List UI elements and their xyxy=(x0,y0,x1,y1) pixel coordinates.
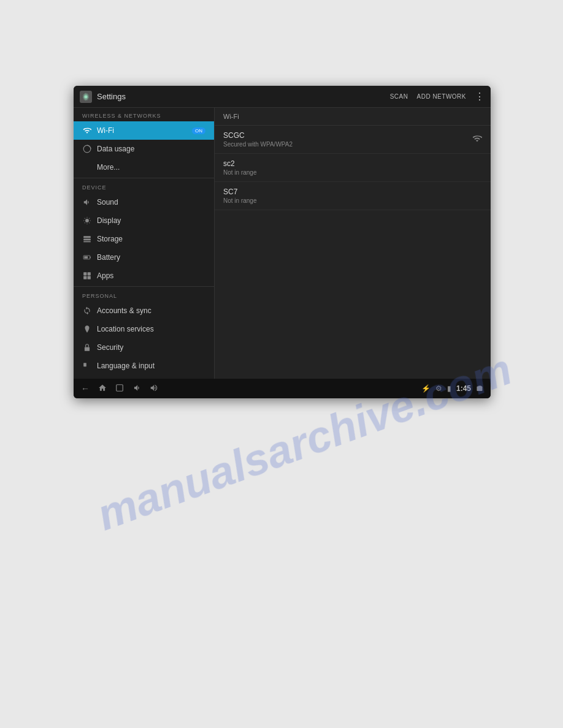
sync-icon xyxy=(82,306,92,316)
camera-status-icon xyxy=(476,384,483,393)
more-options-button[interactable]: ⋮ xyxy=(475,91,484,102)
sidebar-item-storage[interactable]: Storage xyxy=(74,230,214,248)
svg-rect-10 xyxy=(83,276,86,279)
sidebar-item-sound[interactable]: Sound xyxy=(74,193,214,211)
language-icon: A xyxy=(82,361,92,371)
status-time: 1:45 xyxy=(456,384,471,393)
wifi-network-sc7[interactable]: SC7 Not in range xyxy=(215,182,491,210)
more-icon xyxy=(82,162,92,172)
sidebar-item-apps[interactable]: Apps xyxy=(74,267,214,285)
battery-label: Battery xyxy=(97,253,205,262)
wifi-label: Wi-Fi xyxy=(97,126,187,135)
home-button[interactable] xyxy=(98,384,107,394)
wifi-panel: Wi-Fi SCGC Secured with WPA/WPA2 xyxy=(215,108,491,379)
svg-rect-11 xyxy=(88,276,91,279)
settings-app-icon xyxy=(80,91,92,103)
sidebar: WIRELESS & NETWORKS Wi-Fi ON xyxy=(74,108,215,379)
wifi-status-sc2: Not in range xyxy=(223,169,256,176)
svg-rect-9 xyxy=(88,272,91,275)
location-icon xyxy=(82,324,92,334)
page-background: Settings SCAN ADD NETWORK ⋮ WIRELESS & N… xyxy=(0,0,563,728)
tablet-frame: Settings SCAN ADD NETWORK ⋮ WIRELESS & N… xyxy=(74,86,491,398)
wifi-status-sc7: Not in range xyxy=(223,197,256,204)
back-button[interactable]: ← xyxy=(81,384,90,393)
scan-button[interactable]: SCAN xyxy=(390,93,408,100)
wifi-icon xyxy=(82,126,92,135)
wifi-network-sc2[interactable]: sc2 Not in range xyxy=(215,154,491,182)
storage-icon xyxy=(82,234,92,244)
sound-label: Sound xyxy=(97,198,205,207)
add-network-button[interactable]: ADD NETWORK xyxy=(417,93,467,100)
recents-button[interactable] xyxy=(115,384,124,394)
lock-icon xyxy=(82,343,92,352)
svg-rect-18 xyxy=(117,384,123,391)
battery-icon xyxy=(82,252,92,262)
usb-status-icon: ⚡ xyxy=(421,384,431,393)
wifi-name-scgc: SCGC xyxy=(223,131,293,140)
section-personal-label: PERSONAL xyxy=(74,288,214,301)
wifi-panel-header: Wi-Fi xyxy=(215,108,491,126)
display-label: Display xyxy=(97,216,205,225)
apps-icon xyxy=(82,271,92,281)
sidebar-item-data-usage[interactable]: Data usage xyxy=(74,140,214,158)
wifi-network-scgc[interactable]: SCGC Secured with WPA/WPA2 xyxy=(215,126,491,154)
location-label: Location services xyxy=(97,325,205,333)
app-title: Settings xyxy=(97,92,390,101)
vol-down-button[interactable] xyxy=(132,384,141,394)
data-usage-icon xyxy=(82,144,92,154)
battery-status-icon: ▮ xyxy=(447,384,451,393)
more-label: More... xyxy=(97,163,205,172)
sidebar-item-language[interactable]: A Language & input xyxy=(74,357,214,375)
vol-up-button[interactable] xyxy=(150,384,158,394)
sidebar-item-accounts[interactable]: Accounts & sync xyxy=(74,301,214,320)
top-bar: Settings SCAN ADD NETWORK ⋮ xyxy=(74,86,491,108)
nav-right: ⚡ ⚙ ▮ 1:45 xyxy=(421,384,483,393)
svg-rect-5 xyxy=(83,241,91,243)
svg-rect-13 xyxy=(85,347,90,351)
wifi-signal-icon-scgc xyxy=(472,134,482,145)
main-content: WIRELESS & NETWORKS Wi-Fi ON xyxy=(74,108,491,379)
sidebar-item-security[interactable]: Security xyxy=(74,338,214,357)
display-icon xyxy=(82,216,92,226)
wifi-toggle[interactable]: ON xyxy=(192,127,205,134)
top-bar-actions: SCAN ADD NETWORK ⋮ xyxy=(390,91,484,102)
sidebar-item-display[interactable]: Display xyxy=(74,211,214,230)
wifi-name-sc2: sc2 xyxy=(223,159,256,168)
sidebar-item-more[interactable]: More... xyxy=(74,158,214,176)
svg-rect-3 xyxy=(83,236,91,238)
wifi-network-list: SCGC Secured with WPA/WPA2 xyxy=(215,126,491,379)
storage-label: Storage xyxy=(97,235,205,243)
accounts-label: Accounts & sync xyxy=(97,306,205,315)
security-label: Security xyxy=(97,343,205,352)
nav-left: ← xyxy=(81,384,421,394)
svg-rect-7 xyxy=(84,256,88,259)
divider-device xyxy=(74,178,214,178)
svg-text:A: A xyxy=(84,363,86,367)
bottom-navigation-bar: ← xyxy=(74,379,491,398)
wifi-status-scgc: Secured with WPA/WPA2 xyxy=(223,141,293,148)
section-device-label: DEVICE xyxy=(74,180,214,193)
sidebar-item-wifi[interactable]: Wi-Fi ON xyxy=(74,121,214,140)
apps-label: Apps xyxy=(97,271,205,280)
sidebar-item-location[interactable]: Location services xyxy=(74,320,214,338)
sound-icon xyxy=(82,197,92,207)
language-label: Language & input xyxy=(97,362,205,370)
settings-status-icon: ⚙ xyxy=(435,384,442,393)
sidebar-item-battery[interactable]: Battery xyxy=(74,248,214,267)
divider-personal xyxy=(74,286,214,287)
svg-rect-4 xyxy=(83,238,91,240)
data-usage-label: Data usage xyxy=(97,145,205,153)
svg-point-2 xyxy=(85,219,89,222)
section-wireless-label: WIRELESS & NETWORKS xyxy=(74,108,214,121)
svg-rect-8 xyxy=(83,272,86,275)
wifi-name-sc7: SC7 xyxy=(223,188,256,196)
